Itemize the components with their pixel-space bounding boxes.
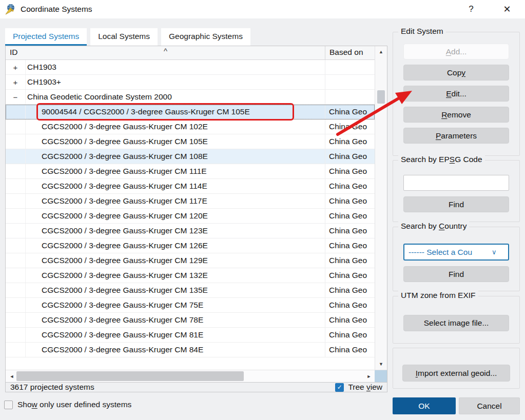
scroll-up-icon[interactable]: ▲	[375, 46, 387, 57]
table-rows: +CH1903+CH1903+−China Geodetic Coordinat…	[6, 60, 375, 370]
row-label: CGCS2000 / 3-degree Gauss-Kruger CM 114E	[25, 179, 325, 193]
cancel-button[interactable]: Cancel	[459, 397, 520, 414]
show-user-defined-label: Show only user defined systems	[17, 400, 131, 409]
table-row[interactable]: CGCS2000 / 3-degree Gauss-Kruger CM 108E…	[6, 149, 375, 164]
close-button[interactable]: ✕	[496, 0, 518, 18]
help-button[interactable]: ?	[460, 0, 482, 18]
row-based-on: China Geo	[325, 179, 375, 193]
check-icon: ✓	[337, 384, 342, 391]
show-user-defined-checkbox[interactable]	[4, 401, 13, 409]
row-based-on	[325, 75, 375, 89]
scroll-left-icon[interactable]: ◄	[7, 370, 17, 382]
epsg-code-input[interactable]	[403, 175, 509, 191]
row-label: CGCS2000 / 3-degree Gauss-Kruger CM 78E	[25, 313, 325, 327]
row-label: CGCS2000 / 3-degree Gauss-Kruger CM 81E	[25, 328, 325, 342]
table-row[interactable]: CGCS2000 / 3-degree Gauss-Kruger CM 117E…	[6, 194, 375, 209]
table-row[interactable]: CGCS2000 / 3-degree Gauss-Kruger CM 84EC…	[6, 343, 375, 357]
table-row[interactable]: CGCS2000 / 3-degree Gauss-Kruger CM 102E…	[6, 119, 375, 134]
row-label: CGCS2000 / 3-degree Gauss-Kruger CM 120E	[25, 209, 325, 223]
row-based-on: China Geo	[325, 328, 375, 342]
tab-bar: Projected Systems Local Systems Geograph…	[5, 28, 250, 46]
scroll-down-icon[interactable]: ▼	[375, 358, 387, 370]
expander-icon[interactable]: +	[6, 78, 25, 87]
app-icon	[5, 4, 16, 15]
status-bar: 3617 projected systems ✓ Tree view	[6, 382, 387, 392]
table-row[interactable]: CGCS2000 / 3-degree Gauss-Kruger CM 135E…	[6, 283, 375, 298]
table-area: ID ^ Based on +CH1903+CH1903+−China Geod…	[6, 46, 387, 370]
tree-view-checkbox[interactable]: ✓	[335, 383, 344, 392]
horizontal-scrollbar[interactable]: ◄ ►	[6, 370, 387, 382]
row-label: CGCS2000 / 3-degree Gauss-Kruger CM 108E	[25, 149, 325, 164]
table-row[interactable]: CGCS2000 / 3-degree Gauss-Kruger CM 111E…	[6, 164, 375, 179]
search-country-group-title: Search by Country	[398, 222, 469, 231]
table-row[interactable]: CGCS2000 / 3-degree Gauss-Kruger CM 132E…	[6, 268, 375, 283]
table-row[interactable]: CGCS2000 / 3-degree Gauss-Kruger CM 75EC…	[6, 298, 375, 313]
search-epsg-group: Search by EPSG Code Find	[393, 160, 520, 222]
table-row[interactable]: CGCS2000 / 3-degree Gauss-Kruger CM 105E…	[6, 134, 375, 149]
row-label: CGCS2000 / 3-degree Gauss-Kruger CM 84E	[25, 343, 325, 357]
expander-icon[interactable]: −	[6, 93, 25, 102]
country-find-button[interactable]: Find	[403, 266, 509, 282]
sort-ascending-icon[interactable]: ^	[164, 47, 167, 55]
table-row[interactable]: −China Geodetic Coordinate System 2000	[6, 90, 375, 105]
show-user-defined-toggle[interactable]: Show only user defined systems	[4, 400, 131, 409]
row-based-on: China Geo	[325, 134, 375, 149]
tree-view-toggle[interactable]: ✓ Tree view	[335, 383, 382, 392]
table-row[interactable]: CGCS2000 / 3-degree Gauss-Kruger CM 78EC…	[6, 313, 375, 328]
country-select[interactable]: ------ Select a Cou ∨	[403, 244, 509, 261]
tab-local-systems[interactable]: Local Systems	[90, 28, 158, 46]
tree-view-label: Tree view	[348, 383, 382, 392]
vertical-scrollbar-thumb[interactable]	[377, 90, 385, 104]
utm-exif-group: UTM zone from EXIF Select image file...	[393, 296, 520, 344]
column-header-id[interactable]: ID	[10, 48, 18, 57]
row-based-on: China Geo	[325, 194, 375, 208]
select-image-file-button[interactable]: Select image file...	[403, 315, 509, 331]
table-row[interactable]: CGCS2000 / 3-degree Gauss-Kruger CM 129E…	[6, 253, 375, 268]
horizontal-scrollbar-thumb[interactable]	[16, 371, 244, 381]
add-button[interactable]: Add...	[403, 44, 509, 59]
row-label: CGCS2000 / 3-degree Gauss-Kruger CM 126E	[25, 238, 325, 253]
row-label: CGCS2000 / 3-degree Gauss-Kruger CM 117E	[25, 194, 325, 208]
row-label: 90004544 / CGCS2000 / 3-degree Gauss-Kru…	[25, 105, 325, 119]
row-based-on: China Geo	[325, 164, 375, 178]
row-label: CGCS2000 / 3-degree Gauss-Kruger CM 129E	[25, 253, 325, 268]
copy-button[interactable]: Copy	[403, 65, 509, 81]
table-row[interactable]: CGCS2000 / 3-degree Gauss-Kruger CM 120E…	[6, 209, 375, 224]
row-based-on: China Geo	[325, 209, 375, 223]
row-based-on: China Geo	[325, 238, 375, 253]
vertical-scrollbar[interactable]: ▲ ▼	[375, 46, 387, 370]
edit-button[interactable]: Edit...	[403, 86, 509, 102]
edit-system-group: Edit System Add... Copy Edit... Remove P…	[393, 32, 520, 156]
row-based-on: China Geo	[325, 149, 375, 164]
row-based-on: China Geo	[325, 253, 375, 268]
table-row[interactable]: +CH1903	[6, 60, 375, 75]
title-bar: Coordinate Systems ? ✕	[0, 0, 525, 18]
row-based-on	[325, 90, 375, 104]
row-label: CH1903	[25, 60, 325, 74]
table-row[interactable]: CGCS2000 / 3-degree Gauss-Kruger CM 114E…	[6, 179, 375, 194]
row-based-on: China Geo	[325, 119, 375, 134]
table-row[interactable]: CGCS2000 / 3-degree Gauss-Kruger CM 123E…	[6, 224, 375, 238]
epsg-find-button[interactable]: Find	[403, 196, 509, 212]
geoid-group: Import external geoid...	[393, 348, 520, 389]
row-based-on: China Geo	[325, 268, 375, 283]
import-geoid-button[interactable]: Import external geoid...	[402, 365, 510, 382]
table-row[interactable]: 90004544 / CGCS2000 / 3-degree Gauss-Kru…	[6, 105, 375, 119]
parameters-button[interactable]: Parameters	[403, 128, 509, 144]
ok-button[interactable]: OK	[393, 397, 456, 414]
row-based-on: China Geo	[325, 105, 375, 119]
remove-button[interactable]: Remove	[403, 107, 509, 123]
column-header-based-on[interactable]: Based on	[325, 46, 375, 59]
row-based-on: China Geo	[325, 313, 375, 327]
tab-projected-systems[interactable]: Projected Systems	[5, 28, 87, 46]
table-row[interactable]: +CH1903+	[6, 75, 375, 90]
row-label: CGCS2000 / 3-degree Gauss-Kruger CM 135E	[25, 283, 325, 297]
scroll-right-icon[interactable]: ►	[364, 370, 374, 382]
table-row[interactable]: CGCS2000 / 3-degree Gauss-Kruger CM 126E…	[6, 238, 375, 253]
tab-geographic-systems[interactable]: Geographic Systems	[161, 28, 250, 46]
table-row[interactable]: CGCS2000 / 3-degree Gauss-Kruger CM 81EC…	[6, 328, 375, 343]
expander-icon[interactable]: +	[6, 63, 25, 72]
row-based-on: China Geo	[325, 283, 375, 297]
table-header: ID ^ Based on	[6, 46, 375, 60]
projected-systems-page: ID ^ Based on +CH1903+CH1903+−China Geod…	[5, 46, 387, 392]
